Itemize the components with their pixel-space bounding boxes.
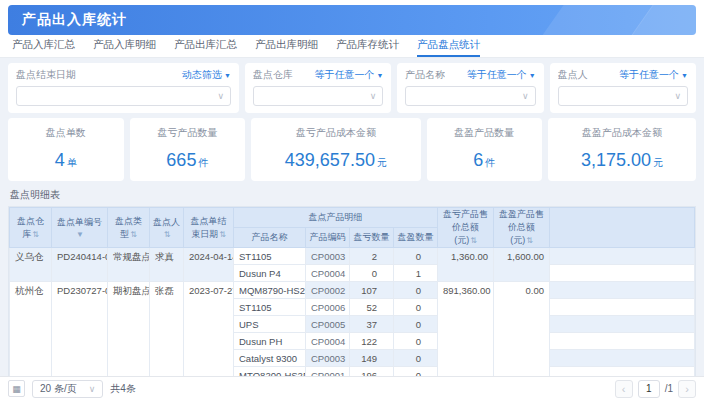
sort-icon[interactable]: ⇅ xyxy=(526,236,533,245)
sort-icon[interactable]: ⇅ xyxy=(219,230,226,239)
tab-inbound-summary[interactable]: 产品入库汇总 xyxy=(12,35,75,57)
tab-outbound-summary[interactable]: 产品出库汇总 xyxy=(174,35,237,57)
page-size-select[interactable]: 20 条/页 ∨ xyxy=(32,380,103,398)
empty-cell xyxy=(550,282,695,299)
sort-icon[interactable]: ⇅ xyxy=(32,230,39,239)
filter-product-name: 产品名称 等于任意一个▼ ∨ xyxy=(397,63,543,113)
card-label: 盘点单数 xyxy=(12,126,120,140)
summary-cards: 盘点单数 4单 盘亏产品数量 665件 盘亏产品成本金额 439,657.50元… xyxy=(8,118,696,181)
col-loss-amount[interactable]: 盘亏产品售价总额(元)⇅ xyxy=(438,208,494,248)
filter-condition-link[interactable]: 等于任意一个▼ xyxy=(619,68,688,82)
main-content: 盘点结束日期 动态筛选▼ ∨ 盘点仓库 等于任意一个▼ ∨ 产品名称 等于任意一… xyxy=(0,58,704,376)
col-type[interactable]: 盘点类型⇅ xyxy=(108,208,150,248)
stocktake-person-cell: 求真 xyxy=(150,248,184,282)
product-name-cell: ST1105 xyxy=(234,299,306,316)
surplus-qty-cell: 0 xyxy=(394,282,438,299)
stocktake-type-cell: 期初盘点 xyxy=(108,282,150,377)
product-name-cell: UPS xyxy=(234,316,306,333)
tab-stock-stats[interactable]: 产品库存统计 xyxy=(336,35,399,57)
col-end-date[interactable]: 盘点单结束日期⇅ xyxy=(184,208,234,248)
chevron-down-icon: ∨ xyxy=(522,91,529,101)
empty-cell xyxy=(550,333,695,350)
product-name-cell: MTQ8200-HS2P xyxy=(234,367,306,377)
app-header: 产品出入库统计 xyxy=(8,5,696,35)
product-name-cell: Dusun PH xyxy=(234,333,306,350)
surplus-qty-cell: 0 xyxy=(394,333,438,350)
card-unit: 元 xyxy=(653,157,663,168)
tab-stocktake-stats[interactable]: 产品盘点统计 xyxy=(417,35,480,57)
end-date-cell: 2024-04-14 xyxy=(184,248,234,282)
chevron-down-icon: ∨ xyxy=(217,91,224,101)
tab-outbound-detail[interactable]: 产品出库明细 xyxy=(255,35,318,57)
filter-condition-link[interactable]: 动态筛选▼ xyxy=(182,68,231,82)
stocktake-person-select[interactable]: ∨ xyxy=(558,86,688,106)
filter-label: 盘点仓库 xyxy=(253,68,293,82)
stocktake-table: 盘点仓库⇅ 盘点单编号▼ 盘点类型⇅ 盘点人⇅ 盘点单结束日期⇅ 盘点产品明细 … xyxy=(8,206,696,376)
filter-caret-icon[interactable]: ▼ xyxy=(76,230,84,239)
sort-icon[interactable]: ⇅ xyxy=(130,230,137,239)
card-unit: 件 xyxy=(198,157,208,168)
stocktake-person-cell: 张磊 xyxy=(150,282,184,377)
card-unit: 单 xyxy=(67,157,77,168)
filter-bar: 盘点结束日期 动态筛选▼ ∨ 盘点仓库 等于任意一个▼ ∨ 产品名称 等于任意一… xyxy=(8,63,696,113)
card-label: 盘盈产品数量 xyxy=(431,126,539,140)
col-warehouse[interactable]: 盘点仓库⇅ xyxy=(10,208,52,248)
stocktake-end-date-select[interactable]: ∨ xyxy=(16,86,231,106)
table-footer: ▦ 20 条/页 ∨ 共4条 ‹ 1 /1 › xyxy=(0,376,704,400)
page-total: /1 xyxy=(665,383,673,394)
product-code-cell: CP0001 xyxy=(306,367,350,377)
order-no-cell: PD240414-01 xyxy=(52,248,108,282)
col-person[interactable]: 盘点人⇅ xyxy=(150,208,184,248)
sort-icon[interactable]: ⇅ xyxy=(164,230,171,239)
chevron-down-icon: ∨ xyxy=(674,91,681,101)
loss-qty-cell: 37 xyxy=(350,316,394,333)
prev-page-button[interactable]: ‹ xyxy=(615,380,633,398)
loss-qty-cell: 149 xyxy=(350,350,394,367)
col-surplus-amount[interactable]: 盘盈产品售价总额(元)⇅ xyxy=(494,208,550,248)
stocktake-warehouse-select[interactable]: ∨ xyxy=(253,86,383,106)
surplus-qty-cell: 1 xyxy=(394,265,438,282)
card-label: 盘盈产品成本金额 xyxy=(552,126,692,140)
loss-qty-cell: 107 xyxy=(350,282,394,299)
col-order-no[interactable]: 盘点单编号▼ xyxy=(52,208,108,248)
caret-down-icon: ▼ xyxy=(681,72,688,79)
stocktake-type-cell: 常规盘点 xyxy=(108,248,150,282)
loss-amount-cell: 1,360.00 xyxy=(438,248,494,282)
sort-icon[interactable]: ⇅ xyxy=(470,236,477,245)
filter-condition-link[interactable]: 等于任意一个▼ xyxy=(467,68,536,82)
card-loss-cost: 盘亏产品成本金额 439,657.50元 xyxy=(251,118,420,181)
page-title: 产品出入库统计 xyxy=(22,11,127,29)
col-product-code: 产品编码 xyxy=(306,228,350,248)
pager: ‹ 1 /1 › xyxy=(615,380,696,398)
grid-icon: ▦ xyxy=(12,384,21,394)
view-toggle-button[interactable]: ▦ xyxy=(8,380,25,397)
chevron-right-icon: › xyxy=(685,383,689,395)
surplus-amount-cell: 0.00 xyxy=(494,282,550,377)
col-loss-qty: 盘亏数量 xyxy=(350,228,394,248)
filter-stocktake-warehouse: 盘点仓库 等于任意一个▼ ∨ xyxy=(245,63,391,113)
surplus-amount-cell: 1,600.00 xyxy=(494,248,550,282)
caret-down-icon: ▼ xyxy=(376,72,383,79)
product-name-select[interactable]: ∨ xyxy=(405,86,535,106)
empty-cell xyxy=(550,316,695,333)
section-title: 盘点明细表 xyxy=(10,188,694,202)
product-code-cell: CP0005 xyxy=(306,316,350,333)
filter-stocktake-person: 盘点人 等于任意一个▼ ∨ xyxy=(550,63,696,113)
col-surplus-qty: 盘盈数量 xyxy=(394,228,438,248)
filter-condition-link[interactable]: 等于任意一个▼ xyxy=(314,68,383,82)
card-value: 6 xyxy=(473,150,483,170)
surplus-qty-cell: 0 xyxy=(394,299,438,316)
surplus-qty-cell: 0 xyxy=(394,316,438,333)
empty-cell xyxy=(550,265,695,282)
stocktake-table-body: 义乌仓PD240414-01常规盘点求真2024-04-14ST1105CP00… xyxy=(10,248,695,377)
card-surplus-qty: 盘盈产品数量 6件 xyxy=(427,118,543,181)
product-code-cell: CP0004 xyxy=(306,265,350,282)
card-value: 4 xyxy=(55,150,65,170)
product-name-cell: Dusun P4 xyxy=(234,265,306,282)
tab-inbound-detail[interactable]: 产品入库明细 xyxy=(93,35,156,57)
loss-qty-cell: 0 xyxy=(350,265,394,282)
order-no-cell: PD230727-01 xyxy=(52,282,108,377)
page-input[interactable]: 1 xyxy=(638,380,660,398)
card-label: 盘亏产品成本金额 xyxy=(255,126,416,140)
next-page-button[interactable]: › xyxy=(678,380,696,398)
